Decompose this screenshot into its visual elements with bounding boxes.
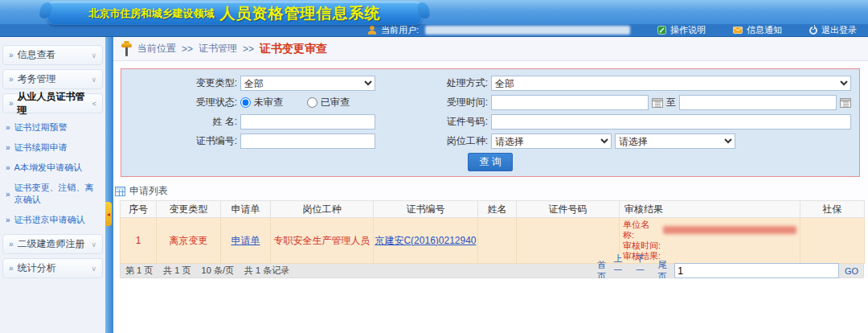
cell-application: 申请单 [221,218,271,264]
help-button[interactable]: 操作说明 [657,24,706,36]
page-number-input[interactable] [674,263,839,278]
radio-unreviewed-input[interactable] [240,97,251,108]
item-label: 证书过期预警 [14,121,68,134]
item-label: A本增发申请确认 [14,162,82,174]
mail-icon [733,27,743,34]
col-header-change-type: 变更类型 [157,201,221,218]
double-angle-icon: » [6,216,10,224]
double-angle-icon: » [9,99,14,108]
cell-seq: 1 [121,218,157,264]
audit-unit-label: 单位名称: [623,220,661,240]
job-type-label: 岗位工种: [438,134,488,148]
col-header-social-security: 社保 [800,201,865,218]
date-range-to-label: 至 [666,96,676,109]
system-title: 人员资格管理信息系统 [220,3,381,24]
name-input[interactable] [240,114,375,130]
sidebar-item-cert-renewal[interactable]: » 证书续期申请 [0,138,105,158]
process-mode-label: 处理方式: [438,76,488,90]
search-button[interactable]: 查 询 [468,153,512,171]
cell-name [478,218,517,264]
signpost-icon [121,41,132,57]
sidebar-item-a-book-reissue[interactable]: » A本增发申请确认 [0,158,105,178]
collapse-handle[interactable]: ◄ [105,202,112,226]
pagination-summary: 第 1 页 共 1 页 10 条/页 共 1 条记录 [125,265,297,277]
double-angle-icon: » [9,75,14,84]
chevron-down-icon: ∨ [91,76,96,84]
cell-job-type: 专职安全生产管理人员 [271,218,374,264]
chevron-down-icon: ∨ [91,51,96,60]
sidebar-group-cert-mgmt[interactable]: » 从业人员证书管理 < [2,93,103,113]
radio-reviewed[interactable]: 已审查 [307,96,350,109]
power-icon [809,27,817,35]
current-user: 当前用户: [366,24,630,36]
system-title-prefix: 北京市住房和城乡建设领域 [89,6,215,21]
change-type-label: 变更类型: [187,76,237,90]
sidebar-item-cert-expire-warning[interactable]: » 证书过期预警 [0,117,105,138]
app-window: 北京市住房和城乡建设领域 人员资格管理信息系统 当前用户: 操作说明 [0,0,868,333]
id-no-input[interactable] [491,114,851,130]
top-banner: 北京市住房和城乡建设领域 人员资格管理信息系统 [0,0,868,24]
user-icon [366,25,378,35]
calendar-icon[interactable] [840,97,851,108]
double-angle-icon: » [6,143,10,152]
sidebar-group-constructor-reg[interactable]: » 二级建造师注册 ∨ [2,234,103,254]
radio-unreviewed[interactable]: 未审查 [240,96,283,109]
double-angle-icon: » [9,264,14,273]
job-subtype-select[interactable]: 请选择 [615,134,735,149]
item-label: 证书变更、注销、离京确认 [14,182,102,206]
col-header-job-type: 岗位工种 [271,201,374,218]
accept-status-label: 受理状态: [187,96,237,109]
chevron-down-icon: ∨ [91,265,96,273]
id-no-label: 证件号码: [438,115,488,129]
notice-button[interactable]: 信息通知 [733,24,782,36]
page-title: 证书变更审查 [260,42,327,56]
breadcrumb-separator: >> [182,43,193,55]
change-type-select[interactable]: 全部 [240,76,375,91]
sidebar: » 信息查看 ∨ » 考务管理 ∨ » 从业人员证书管理 < » 证书过期预警 … [0,37,105,333]
sidebar-splitter[interactable]: ◄ [105,37,113,333]
col-header-audit-result: 审核结果 [620,201,800,218]
radio-reviewed-input[interactable] [307,97,317,108]
accept-time-to-input[interactable] [679,95,837,110]
cert-no-input[interactable] [240,134,375,149]
user-bar: 当前用户: 操作说明 信息通知 退出登录 [0,24,868,37]
col-header-application: 申请单 [221,201,271,218]
sidebar-group-exam-mgmt[interactable]: » 考务管理 ∨ [2,69,103,89]
item-label: 证书续期申请 [14,142,68,154]
sidebar-group-stats[interactable]: » 统计分析 ∨ [2,258,103,278]
breadcrumb-parent: 证书管理 [199,42,237,56]
col-header-cert-no: 证书编号 [374,201,478,218]
manual-icon [657,26,666,35]
sidebar-item-cert-enter-beijing[interactable]: » 证书进京申请确认 [0,210,105,230]
cert-no-link[interactable]: 京建安C(2016)0212940 [375,235,476,246]
table-icon [115,187,125,196]
name-label: 姓 名: [187,115,237,129]
go-button[interactable]: GO [845,266,858,276]
group-label: 统计分析 [18,261,56,275]
process-mode-select[interactable]: 全部 [491,76,851,91]
group-label: 信息查看 [18,48,56,62]
calendar-icon[interactable] [652,97,663,108]
accept-time-from-input[interactable] [491,95,649,110]
table-header-row: 序号 变更类型 申请单 岗位工种 证书编号 姓名 证件号码 审核结果 社保 [121,201,865,218]
logout-label: 退出登录 [821,24,857,36]
col-header-name: 姓名 [478,201,517,218]
search-panel: 变更类型: 全部 受理状态: [121,68,860,177]
main-content: 当前位置 >> 证书管理 >> 证书变更审查 变更类型: 全部 [113,37,868,333]
brand-tab: 北京市住房和城乡建设领域 人员资格管理信息系统 [47,2,423,25]
double-angle-icon: » [6,190,10,199]
content-filler [113,278,868,333]
sidebar-group-info-view[interactable]: » 信息查看 ∨ [2,45,103,65]
sidebar-item-cert-change-confirm[interactable]: » 证书变更、注销、离京确认 [0,178,105,210]
logout-button[interactable]: 退出登录 [809,24,857,36]
body: » 信息查看 ∨ » 考务管理 ∨ » 从业人员证书管理 < » 证书过期预警 … [0,37,868,333]
application-link[interactable]: 申请单 [231,235,260,246]
breadcrumb: 当前位置 >> 证书管理 >> 证书变更审查 [113,37,868,61]
breadcrumb-location-label: 当前位置 [137,42,176,56]
chevron-down-icon: ∨ [91,240,96,249]
cert-no-label: 证书编号: [187,134,237,148]
chevron-left-icon: < [92,100,96,108]
job-category-select[interactable]: 请选择 [491,134,612,149]
list-section-title: 申请列表 [129,184,168,198]
pagination-bar: 第 1 页 共 1 页 10 条/页 共 1 条记录 首页 上一页 下一页 尾页… [120,264,864,278]
